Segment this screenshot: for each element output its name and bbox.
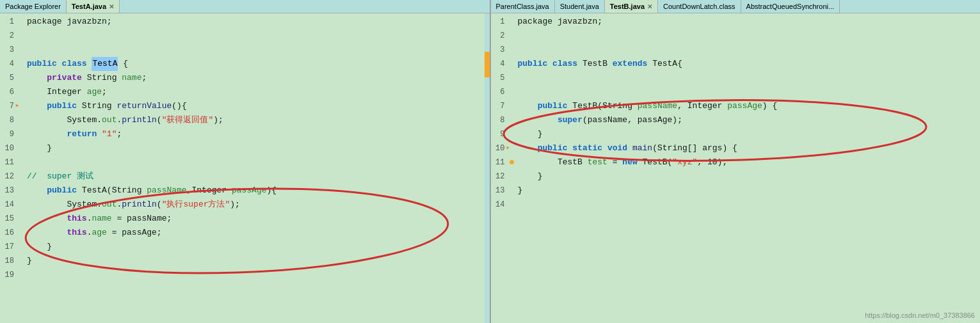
table-row: 5 xyxy=(491,71,981,85)
table-row: 9 } xyxy=(491,127,981,141)
table-row: 10 } xyxy=(0,141,490,155)
tab-label: Package Explorer xyxy=(5,3,61,10)
table-row: 13 } xyxy=(491,184,981,198)
tab-label: CountDownLatch.class xyxy=(663,3,735,10)
table-row: 17 } xyxy=(0,240,490,254)
tab-testa-java[interactable]: TestA.java ✕ xyxy=(67,0,120,13)
left-tab-bar: Package Explorer TestA.java ✕ xyxy=(0,0,490,13)
tab-label: TestB.java xyxy=(610,3,645,10)
tab-package-explorer[interactable]: Package Explorer xyxy=(0,0,67,13)
table-row: 4 public class TestA { xyxy=(0,57,490,71)
right-tab-bar: ParentClass.java Student.java TestB.java… xyxy=(491,0,981,13)
scrollbar-thumb[interactable] xyxy=(485,52,490,77)
table-row: 14 System.out.println("执行super方法"); xyxy=(0,198,490,212)
table-row: 12 } xyxy=(491,169,981,184)
table-row: 7➤ public String returnValue(){ xyxy=(0,99,490,113)
watermark: https://blog.csdn.net/m0_37383866 xyxy=(865,311,975,319)
left-code-area: 1 package javazbzn; 2 3 xyxy=(0,13,490,323)
table-row: 2 xyxy=(491,29,981,43)
table-row: 1 package javazbzn; xyxy=(0,15,490,29)
tab-label: TestA.java xyxy=(72,3,106,10)
table-row: 3 xyxy=(491,43,981,57)
tab-label: AbstractQueuedSynchroni... xyxy=(746,3,835,10)
tab-student-java[interactable]: Student.java xyxy=(555,0,605,13)
table-row: 7 public TestB(String passName, Integer … xyxy=(491,99,981,113)
table-row: 8 super(passName, passAge); xyxy=(491,113,981,127)
table-row: 1 package javazbzn; xyxy=(491,15,981,29)
table-row: 2 xyxy=(0,29,490,43)
left-scrollbar[interactable] xyxy=(485,13,490,323)
table-row: 15 this.name = passName; xyxy=(0,212,490,226)
right-editor-panel: ParentClass.java Student.java TestB.java… xyxy=(491,0,981,323)
left-editor-panel: Package Explorer TestA.java ✕ 1 package … xyxy=(0,0,491,323)
table-row: 12 // super 测试 xyxy=(0,169,490,184)
close-icon[interactable]: ✕ xyxy=(109,3,114,10)
tab-countdownlatch[interactable]: CountDownLatch.class xyxy=(658,0,741,13)
table-row: 6 Integer age; xyxy=(0,85,490,99)
table-row: 5 private String name; xyxy=(0,71,490,85)
table-row: 3 xyxy=(0,43,490,57)
tab-parentclass-java[interactable]: ParentClass.java xyxy=(491,0,555,13)
table-row: 13 public TestA(String passName,Integer … xyxy=(0,184,490,198)
table-row: 18 } xyxy=(0,254,490,268)
table-row: 6 xyxy=(491,85,981,99)
table-row: 8 System.out.println("获得返回值"); xyxy=(0,113,490,127)
table-row: 4 public class TestB extends TestA{ xyxy=(491,57,981,71)
table-row: 19 xyxy=(0,268,490,282)
table-row: 11 xyxy=(0,155,490,169)
right-code-area: 1 package javazbzn; 2 3 xyxy=(491,13,981,323)
table-row: 16 this.age = passAge; xyxy=(0,226,490,240)
tab-abstractqueued[interactable]: AbstractQueuedSynchroni... xyxy=(741,0,840,13)
table-row: 11 TestB test = new TestB("xyz", 10); xyxy=(491,155,981,169)
tab-label: ParentClass.java xyxy=(496,3,549,10)
table-row: 14 xyxy=(491,198,981,212)
tab-label: Student.java xyxy=(560,3,599,10)
close-icon[interactable]: ✕ xyxy=(647,3,652,10)
table-row: 9 return "1"; xyxy=(0,127,490,141)
table-row: 10➤ public static void main(String[] arg… xyxy=(491,141,981,155)
tab-testb-java[interactable]: TestB.java ✕ xyxy=(605,0,658,13)
